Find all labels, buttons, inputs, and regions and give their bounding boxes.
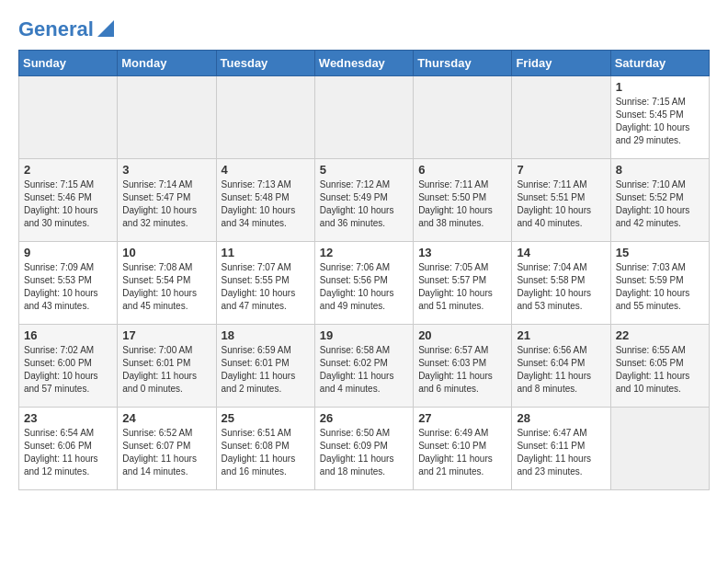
day-info: Sunrise: 7:07 AM Sunset: 5:55 PM Dayligh… bbox=[222, 261, 310, 313]
calendar-table: SundayMondayTuesdayWednesdayThursdayFrid… bbox=[18, 50, 710, 490]
day-number: 7 bbox=[517, 163, 605, 177]
logo-text: General bbox=[18, 18, 94, 40]
day-info: Sunrise: 6:47 AM Sunset: 6:11 PM Dayligh… bbox=[517, 427, 605, 478]
calendar-cell bbox=[610, 408, 709, 490]
day-number: 14 bbox=[517, 246, 605, 259]
calendar-cell: 14Sunrise: 7:04 AM Sunset: 5:58 PM Dayli… bbox=[512, 242, 610, 325]
calendar-cell: 22Sunrise: 6:55 AM Sunset: 6:05 PM Dayli… bbox=[610, 325, 709, 408]
calendar-cell: 2Sunrise: 7:15 AM Sunset: 5:46 PM Daylig… bbox=[19, 159, 118, 242]
day-number: 15 bbox=[616, 246, 704, 259]
day-info: Sunrise: 7:08 AM Sunset: 5:54 PM Dayligh… bbox=[122, 261, 210, 313]
calendar-cell bbox=[314, 76, 413, 159]
col-header-sunday: Sunday bbox=[19, 51, 118, 76]
col-header-wednesday: Wednesday bbox=[314, 51, 413, 76]
day-info: Sunrise: 6:51 AM Sunset: 6:08 PM Dayligh… bbox=[222, 427, 310, 478]
day-info: Sunrise: 6:59 AM Sunset: 6:01 PM Dayligh… bbox=[222, 344, 310, 396]
day-number: 8 bbox=[616, 163, 704, 177]
day-info: Sunrise: 7:13 AM Sunset: 5:48 PM Dayligh… bbox=[222, 178, 310, 230]
day-number: 6 bbox=[418, 163, 506, 177]
calendar-cell: 3Sunrise: 7:14 AM Sunset: 5:47 PM Daylig… bbox=[118, 159, 216, 242]
day-info: Sunrise: 7:12 AM Sunset: 5:49 PM Dayligh… bbox=[320, 178, 408, 230]
calendar-cell: 6Sunrise: 7:11 AM Sunset: 5:50 PM Daylig… bbox=[414, 159, 512, 242]
day-number: 11 bbox=[222, 246, 310, 259]
day-info: Sunrise: 7:11 AM Sunset: 5:51 PM Dayligh… bbox=[517, 178, 605, 230]
day-info: Sunrise: 7:15 AM Sunset: 5:45 PM Dayligh… bbox=[616, 96, 704, 147]
day-info: Sunrise: 6:49 AM Sunset: 6:10 PM Dayligh… bbox=[418, 427, 506, 478]
col-header-thursday: Thursday bbox=[414, 51, 512, 76]
day-number: 12 bbox=[320, 246, 408, 259]
day-number: 4 bbox=[222, 163, 310, 177]
day-info: Sunrise: 7:00 AM Sunset: 6:01 PM Dayligh… bbox=[122, 344, 210, 396]
day-info: Sunrise: 7:04 AM Sunset: 5:58 PM Dayligh… bbox=[517, 261, 605, 313]
calendar-cell: 27Sunrise: 6:49 AM Sunset: 6:10 PM Dayli… bbox=[414, 408, 512, 490]
calendar-cell bbox=[216, 76, 314, 159]
day-number: 2 bbox=[24, 163, 112, 177]
day-number: 9 bbox=[24, 246, 112, 259]
day-number: 26 bbox=[320, 411, 408, 425]
calendar-cell: 25Sunrise: 6:51 AM Sunset: 6:08 PM Dayli… bbox=[216, 408, 314, 490]
day-number: 25 bbox=[222, 411, 310, 425]
calendar-cell: 28Sunrise: 6:47 AM Sunset: 6:11 PM Dayli… bbox=[512, 408, 610, 490]
calendar-cell: 15Sunrise: 7:03 AM Sunset: 5:59 PM Dayli… bbox=[610, 242, 709, 325]
calendar-cell: 17Sunrise: 7:00 AM Sunset: 6:01 PM Dayli… bbox=[118, 325, 216, 408]
calendar-cell bbox=[118, 76, 216, 159]
page-header: General bbox=[18, 18, 710, 40]
calendar-cell: 23Sunrise: 6:54 AM Sunset: 6:06 PM Dayli… bbox=[19, 408, 118, 490]
day-info: Sunrise: 7:14 AM Sunset: 5:47 PM Dayligh… bbox=[122, 178, 210, 230]
day-info: Sunrise: 7:10 AM Sunset: 5:52 PM Dayligh… bbox=[616, 178, 704, 230]
calendar-cell: 12Sunrise: 7:06 AM Sunset: 5:56 PM Dayli… bbox=[314, 242, 413, 325]
calendar-cell: 19Sunrise: 6:58 AM Sunset: 6:02 PM Dayli… bbox=[314, 325, 413, 408]
col-header-tuesday: Tuesday bbox=[216, 51, 314, 76]
day-info: Sunrise: 7:06 AM Sunset: 5:56 PM Dayligh… bbox=[320, 261, 408, 313]
col-header-saturday: Saturday bbox=[610, 51, 709, 76]
calendar-cell: 1Sunrise: 7:15 AM Sunset: 5:45 PM Daylig… bbox=[610, 76, 709, 159]
calendar-cell: 7Sunrise: 7:11 AM Sunset: 5:51 PM Daylig… bbox=[512, 159, 610, 242]
day-info: Sunrise: 7:09 AM Sunset: 5:53 PM Dayligh… bbox=[24, 261, 112, 313]
day-number: 24 bbox=[122, 411, 210, 425]
day-info: Sunrise: 6:50 AM Sunset: 6:09 PM Dayligh… bbox=[320, 427, 408, 478]
day-info: Sunrise: 6:52 AM Sunset: 6:07 PM Dayligh… bbox=[122, 427, 210, 478]
day-number: 13 bbox=[418, 246, 506, 259]
calendar-cell: 11Sunrise: 7:07 AM Sunset: 5:55 PM Dayli… bbox=[216, 242, 314, 325]
day-number: 22 bbox=[616, 328, 704, 342]
calendar-cell: 20Sunrise: 6:57 AM Sunset: 6:03 PM Dayli… bbox=[414, 325, 512, 408]
col-header-friday: Friday bbox=[512, 51, 610, 76]
day-number: 20 bbox=[418, 328, 506, 342]
svg-marker-0 bbox=[97, 20, 114, 37]
day-number: 17 bbox=[122, 328, 210, 342]
calendar-cell: 13Sunrise: 7:05 AM Sunset: 5:57 PM Dayli… bbox=[414, 242, 512, 325]
calendar-cell: 8Sunrise: 7:10 AM Sunset: 5:52 PM Daylig… bbox=[610, 159, 709, 242]
day-info: Sunrise: 6:54 AM Sunset: 6:06 PM Dayligh… bbox=[24, 427, 112, 478]
day-number: 28 bbox=[517, 411, 605, 425]
calendar-cell: 18Sunrise: 6:59 AM Sunset: 6:01 PM Dayli… bbox=[216, 325, 314, 408]
day-number: 1 bbox=[616, 80, 704, 94]
calendar-cell: 26Sunrise: 6:50 AM Sunset: 6:09 PM Dayli… bbox=[314, 408, 413, 490]
calendar-cell bbox=[414, 76, 512, 159]
calendar-cell: 21Sunrise: 6:56 AM Sunset: 6:04 PM Dayli… bbox=[512, 325, 610, 408]
day-info: Sunrise: 7:02 AM Sunset: 6:00 PM Dayligh… bbox=[24, 344, 112, 396]
day-number: 3 bbox=[122, 163, 210, 177]
calendar-cell bbox=[19, 76, 118, 159]
calendar-cell: 5Sunrise: 7:12 AM Sunset: 5:49 PM Daylig… bbox=[314, 159, 413, 242]
day-number: 18 bbox=[222, 328, 310, 342]
logo: General bbox=[18, 18, 114, 40]
calendar-cell: 9Sunrise: 7:09 AM Sunset: 5:53 PM Daylig… bbox=[19, 242, 118, 325]
day-info: Sunrise: 6:55 AM Sunset: 6:05 PM Dayligh… bbox=[616, 344, 704, 396]
day-info: Sunrise: 6:56 AM Sunset: 6:04 PM Dayligh… bbox=[517, 344, 605, 396]
day-number: 23 bbox=[24, 411, 112, 425]
day-info: Sunrise: 7:03 AM Sunset: 5:59 PM Dayligh… bbox=[616, 261, 704, 313]
col-header-monday: Monday bbox=[118, 51, 216, 76]
day-number: 16 bbox=[24, 328, 112, 342]
day-info: Sunrise: 7:05 AM Sunset: 5:57 PM Dayligh… bbox=[418, 261, 506, 313]
day-number: 19 bbox=[320, 328, 408, 342]
calendar-cell: 10Sunrise: 7:08 AM Sunset: 5:54 PM Dayli… bbox=[118, 242, 216, 325]
day-number: 21 bbox=[517, 328, 605, 342]
calendar-cell: 16Sunrise: 7:02 AM Sunset: 6:00 PM Dayli… bbox=[19, 325, 118, 408]
day-info: Sunrise: 6:57 AM Sunset: 6:03 PM Dayligh… bbox=[418, 344, 506, 396]
day-info: Sunrise: 7:15 AM Sunset: 5:46 PM Dayligh… bbox=[24, 178, 112, 230]
day-info: Sunrise: 6:58 AM Sunset: 6:02 PM Dayligh… bbox=[320, 344, 408, 396]
day-info: Sunrise: 7:11 AM Sunset: 5:50 PM Dayligh… bbox=[418, 178, 506, 230]
calendar-cell bbox=[512, 76, 610, 159]
day-number: 10 bbox=[122, 246, 210, 259]
day-number: 27 bbox=[418, 411, 506, 425]
